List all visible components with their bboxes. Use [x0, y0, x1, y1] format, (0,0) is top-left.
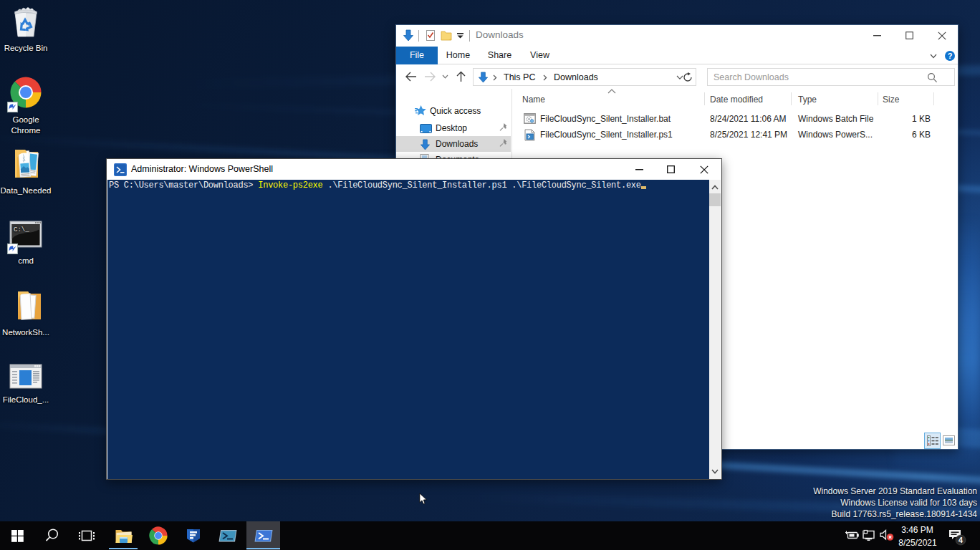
svg-text:4: 4: [959, 536, 963, 544]
svg-text:C:\_: C:\_: [14, 226, 29, 233]
